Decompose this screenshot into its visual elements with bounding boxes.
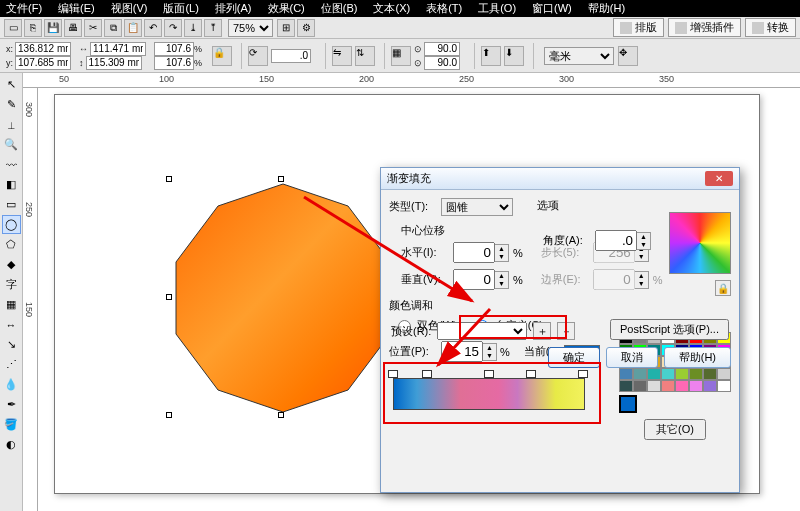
menu-layout[interactable]: 版面(L) [163, 1, 198, 16]
gradient-stop[interactable] [526, 370, 536, 378]
lock-icon[interactable]: 🔒 [715, 280, 731, 296]
open-icon[interactable]: ⎘ [24, 19, 42, 37]
paste-icon[interactable]: 📋 [124, 19, 142, 37]
tofront-icon[interactable]: ⬆ [481, 46, 501, 66]
menu-table[interactable]: 表格(T) [426, 1, 462, 16]
y-input[interactable] [15, 56, 71, 70]
lock-ratio-icon[interactable]: 🔒 [212, 46, 232, 66]
other-colors-button[interactable]: 其它(O) [644, 419, 706, 440]
dimension-tool-icon[interactable]: ↔ [2, 315, 21, 334]
color-swatch[interactable] [675, 368, 689, 380]
eyedropper-icon[interactable]: 💧 [2, 375, 21, 394]
help-button[interactable]: 帮助(H) [664, 347, 731, 368]
undo-icon[interactable]: ↶ [144, 19, 162, 37]
snap-icon[interactable]: ⊞ [277, 19, 295, 37]
type-select[interactable]: 圆锥 [441, 198, 513, 216]
menu-effects[interactable]: 效果(C) [268, 1, 305, 16]
print-icon[interactable]: 🖶 [64, 19, 82, 37]
fill-tool-icon[interactable]: 🪣 [2, 415, 21, 434]
color-swatch[interactable] [633, 368, 647, 380]
cancel-button[interactable]: 取消 [606, 347, 658, 368]
close-icon[interactable]: ✕ [705, 171, 733, 186]
nudge-icon[interactable]: ✥ [618, 46, 638, 66]
basic-shapes-icon[interactable]: ◆ [2, 255, 21, 274]
gradient-stop[interactable] [388, 370, 398, 378]
table-tool-icon[interactable]: ▦ [2, 295, 21, 314]
rectangle-tool-icon[interactable]: ▭ [2, 195, 21, 214]
rot1-input[interactable] [424, 42, 460, 56]
color-swatch[interactable] [661, 368, 675, 380]
dialog-titlebar[interactable]: 渐变填充 ✕ [381, 168, 739, 190]
interactive-fill-icon[interactable]: ◐ [2, 435, 21, 454]
blend-tool-icon[interactable]: ⋰ [2, 355, 21, 374]
ellipse-tool-icon[interactable]: ◯ [2, 215, 21, 234]
vertical-input[interactable] [453, 269, 495, 290]
position-spinner[interactable]: ▲▼ [483, 343, 497, 361]
mirror-h-icon[interactable]: ⇋ [332, 46, 352, 66]
cut-icon[interactable]: ✂ [84, 19, 102, 37]
menu-arrange[interactable]: 排列(A) [215, 1, 252, 16]
toback-icon[interactable]: ⬇ [504, 46, 524, 66]
color-swatch[interactable] [633, 380, 647, 392]
vertical-spinner[interactable]: ▲▼ [495, 271, 509, 289]
color-swatch[interactable] [647, 380, 661, 392]
menu-view[interactable]: 视图(V) [111, 1, 148, 16]
menu-edit[interactable]: 编辑(E) [58, 1, 95, 16]
postscript-options-button[interactable]: PostScript 选项(P)... [610, 319, 729, 340]
sx-input[interactable] [154, 42, 194, 56]
typeset-button[interactable]: 排版 [613, 18, 664, 37]
rot2-input[interactable] [424, 56, 460, 70]
connector-tool-icon[interactable]: ↘ [2, 335, 21, 354]
angle-input[interactable] [271, 49, 311, 63]
angle-spinner[interactable]: ▲▼ [637, 232, 651, 250]
color-swatch[interactable] [703, 380, 717, 392]
menu-bitmap[interactable]: 位图(B) [321, 1, 358, 16]
color-swatch[interactable] [717, 368, 731, 380]
pick-tool-icon[interactable]: ↖ [2, 75, 21, 94]
menu-tools[interactable]: 工具(O) [478, 1, 516, 16]
wrap-icon[interactable]: ▦ [391, 46, 411, 66]
gradient-ramp[interactable] [393, 378, 585, 410]
zoom-tool-icon[interactable]: 🔍 [2, 135, 21, 154]
color-swatch[interactable] [619, 380, 633, 392]
import-icon[interactable]: ⤓ [184, 19, 202, 37]
rotate-icon[interactable]: ⟳ [248, 46, 268, 66]
polygon-tool-icon[interactable]: ⬠ [2, 235, 21, 254]
gradient-stop[interactable] [578, 370, 588, 378]
color-swatch[interactable] [703, 368, 717, 380]
color-swatch[interactable] [689, 380, 703, 392]
gradient-stop[interactable] [422, 370, 432, 378]
shape-tool-icon[interactable]: ✎ [2, 95, 21, 114]
sy-input[interactable] [154, 56, 194, 70]
options-icon[interactable]: ⚙ [297, 19, 315, 37]
menu-text[interactable]: 文本(X) [373, 1, 410, 16]
horizontal-spinner[interactable]: ▲▼ [495, 244, 509, 262]
crop-tool-icon[interactable]: ⟂ [2, 115, 21, 134]
units-select[interactable]: 毫米 [544, 47, 614, 65]
h-input[interactable] [86, 56, 142, 70]
mirror-v-icon[interactable]: ⇅ [355, 46, 375, 66]
color-swatch[interactable] [689, 368, 703, 380]
new-icon[interactable]: ▭ [4, 19, 22, 37]
horizontal-input[interactable] [453, 242, 495, 263]
w-input[interactable] [90, 42, 146, 56]
angle-input[interactable] [595, 230, 637, 251]
convert-button[interactable]: 转换 [745, 18, 796, 37]
freehand-tool-icon[interactable]: 〰 [2, 155, 21, 174]
color-swatch[interactable] [675, 380, 689, 392]
position-input[interactable] [441, 341, 483, 362]
smartfill-tool-icon[interactable]: ◧ [2, 175, 21, 194]
menu-help[interactable]: 帮助(H) [588, 1, 625, 16]
color-swatch[interactable] [619, 368, 633, 380]
export-icon[interactable]: ⤒ [204, 19, 222, 37]
menu-window[interactable]: 窗口(W) [532, 1, 572, 16]
color-swatch[interactable] [647, 368, 661, 380]
save-icon[interactable]: 💾 [44, 19, 62, 37]
outline-tool-icon[interactable]: ✒ [2, 395, 21, 414]
polygon-shape[interactable] [168, 178, 398, 418]
zoom-select[interactable]: 75% [228, 19, 273, 37]
gradient-stop[interactable] [484, 370, 494, 378]
preset-remove-icon[interactable]: － [557, 322, 575, 340]
x-input[interactable] [15, 42, 71, 56]
redo-icon[interactable]: ↷ [164, 19, 182, 37]
